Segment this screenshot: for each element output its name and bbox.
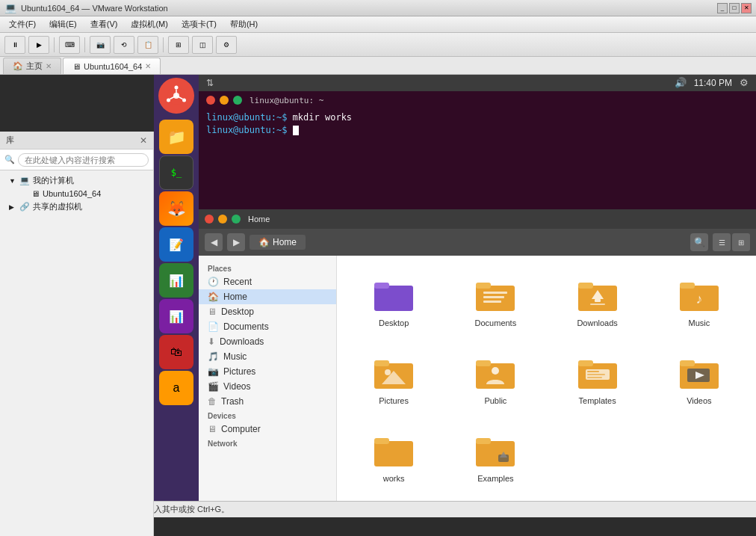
svg-rect-40	[374, 441, 413, 466]
fm-sidebar-music[interactable]: 🎵 Music	[199, 349, 336, 364]
terminal-title: linux@ubuntu: ~	[250, 96, 323, 105]
svg-rect-13	[483, 296, 504, 298]
revert-button[interactable]: ⟲	[114, 36, 134, 54]
file-item-templates[interactable]: Templates	[553, 345, 642, 411]
sidebar-search-bar: 🔍	[0, 150, 153, 170]
writer-button[interactable]: 📝	[159, 227, 193, 262]
settings-icon[interactable]: ⚙	[740, 77, 749, 88]
snapshot-manager-button[interactable]: 📋	[137, 36, 158, 54]
tab-home[interactable]: 🏠 主页 ✕	[3, 58, 61, 74]
fm-close-button[interactable]	[205, 215, 214, 224]
terminal-button[interactable]: $_	[159, 155, 193, 190]
ubuntu-launcher: 📁 $_ 🦊 📝 📊 📊	[154, 75, 199, 501]
file-item-public[interactable]: Public	[450, 345, 540, 411]
file-item-documents[interactable]: Documents	[450, 268, 540, 333]
fm-sidebar-trash[interactable]: 🗑 Trash	[199, 394, 336, 409]
menu-view[interactable]: 查看(V)	[84, 17, 124, 31]
menu-help[interactable]: 帮助(H)	[224, 17, 264, 31]
send-key-button[interactable]: ⌨	[59, 36, 80, 54]
music-folder-icon: ♪	[678, 274, 720, 315]
fm-sidebar-downloads-label: Downloads	[220, 336, 264, 347]
calc-button[interactable]: 📊	[159, 263, 193, 298]
fm-sidebar-recent[interactable]: 🕐 Recent	[199, 274, 336, 289]
tab-home-label: 主页	[26, 61, 43, 72]
fm-sidebar-music-label: Music	[223, 351, 247, 362]
menu-file[interactable]: 文件(F)	[3, 17, 42, 31]
tab-ubuntu[interactable]: 🖥 Ubuntu1604_64 ✕	[63, 58, 161, 74]
tab-ubuntu-close[interactable]: ✕	[145, 62, 151, 70]
file-item-music[interactable]: ♪ Music	[654, 268, 744, 333]
fm-search-button[interactable]: 🔍	[690, 233, 708, 251]
file-item-works[interactable]: works	[349, 423, 439, 489]
fm-forward-button[interactable]: ▶	[227, 233, 245, 251]
terminal-maximize-button[interactable]	[233, 96, 242, 105]
fullscreen-button[interactable]: ⊞	[168, 36, 189, 54]
sidebar-item-ubuntu[interactable]: 🖥 Ubuntu1604_64	[0, 188, 153, 200]
file-item-videos[interactable]: Videos	[654, 345, 744, 411]
sidebar-item-my-computer[interactable]: ▼ 💻 我的计算机	[0, 173, 153, 188]
terminal-close-button[interactable]	[206, 96, 215, 105]
toolbar-separator-3	[163, 37, 164, 52]
maximize-button[interactable]: □	[729, 3, 740, 13]
ubuntu-logo-button[interactable]	[158, 78, 194, 114]
fm-back-button[interactable]: ◀	[205, 233, 223, 251]
power-button[interactable]: ⏸	[4, 36, 25, 54]
downloads-folder-icon	[577, 274, 619, 315]
unity-button[interactable]: ◫	[192, 36, 213, 54]
topbar-left: ⇅	[206, 78, 214, 88]
command-1: mkdir works	[293, 112, 352, 123]
amazon-button[interactable]: a	[159, 371, 193, 405]
fm-sidebar-home[interactable]: 🏠 Home	[199, 289, 336, 304]
svg-point-29	[492, 367, 499, 375]
file-item-desktop[interactable]: Desktop	[349, 268, 439, 333]
sidebar-tree: ▼ 💻 我的计算机 🖥 Ubuntu1604_64 ▶ 🔗 共享的虚拟机	[0, 170, 153, 536]
fm-list-view-button[interactable]: ☰	[713, 233, 731, 251]
fm-minimize-button[interactable]	[218, 215, 227, 224]
svg-rect-9	[374, 283, 389, 289]
svg-point-3	[182, 99, 186, 102]
file-item-downloads[interactable]: Downloads	[553, 268, 642, 333]
svg-rect-24	[374, 360, 389, 366]
software-button[interactable]: 🛍	[159, 335, 193, 369]
fm-grid-view-button[interactable]: ⊞	[732, 233, 750, 251]
fm-sidebar-documents[interactable]: 📄 Documents	[199, 319, 336, 334]
firefox-button[interactable]: 🦊	[159, 191, 193, 226]
fm-view-buttons: ☰ ⊞	[713, 233, 750, 251]
play-button[interactable]: ▶	[28, 36, 49, 54]
fm-sidebar-pictures[interactable]: 📷 Pictures	[199, 364, 336, 379]
terminal-minimize-button[interactable]	[220, 96, 229, 105]
svg-rect-42	[476, 441, 515, 466]
files-button[interactable]: 📁	[159, 120, 193, 154]
svg-rect-21	[680, 283, 695, 289]
vmware-menubar: 文件(F) 编辑(E) 查看(V) 虚拟机(M) 选项卡(T) 帮助(H)	[0, 16, 756, 33]
sidebar-item-shared-vms[interactable]: ▶ 🔗 共享的虚拟机	[0, 200, 153, 214]
svg-rect-8	[374, 286, 413, 311]
file-item-examples[interactable]: Examples	[450, 423, 540, 489]
fm-sidebar-desktop[interactable]: 🖥 Desktop	[199, 304, 336, 319]
menu-tabs[interactable]: 选项卡(T)	[176, 17, 223, 31]
impress-button[interactable]: 📊	[159, 299, 193, 333]
templates-folder-icon	[577, 351, 619, 393]
vmware-toolbar: ⏸ ▶ ⌨ 📷 ⟲ 📋 ⊞ ◫ ⚙	[0, 33, 756, 57]
fm-location-bar[interactable]: 🏠 Home	[250, 235, 306, 250]
minimize-button[interactable]: _	[717, 3, 728, 13]
tab-home-close[interactable]: ✕	[46, 62, 52, 70]
svg-rect-33	[587, 371, 599, 372]
terminal-window[interactable]: linux@ubuntu: ~ linux@ubuntu:~$ mkdir wo…	[199, 91, 756, 209]
snapshot-button[interactable]: 📷	[90, 36, 111, 54]
settings-button[interactable]: ⚙	[216, 36, 237, 54]
close-button[interactable]: ✕	[741, 3, 752, 13]
menu-vm[interactable]: 虚拟机(M)	[125, 17, 174, 31]
fm-sidebar-videos[interactable]: 🎬 Videos	[199, 379, 336, 394]
sidebar-ubuntu-label: Ubuntu1604_64	[43, 189, 101, 198]
fm-sidebar-downloads[interactable]: ⬇ Downloads	[199, 334, 336, 349]
fm-sidebar-computer[interactable]: 🖥 Computer	[199, 422, 336, 437]
fm-maximize-button[interactable]	[232, 215, 241, 224]
file-item-pictures[interactable]: Pictures	[349, 345, 439, 411]
search-input[interactable]	[18, 153, 149, 167]
main-area: 库 ✕ 🔍 ▼ 💻 我的计算机 🖥 Ubuntu1604_64 ▶ 🔗 共享的虚…	[0, 75, 756, 501]
menu-edit[interactable]: 编辑(E)	[43, 17, 83, 31]
sidebar-close-button[interactable]: ✕	[140, 135, 147, 146]
tree-expand-icon: ▼	[9, 177, 16, 185]
volume-icon[interactable]: 🔊	[675, 77, 687, 88]
